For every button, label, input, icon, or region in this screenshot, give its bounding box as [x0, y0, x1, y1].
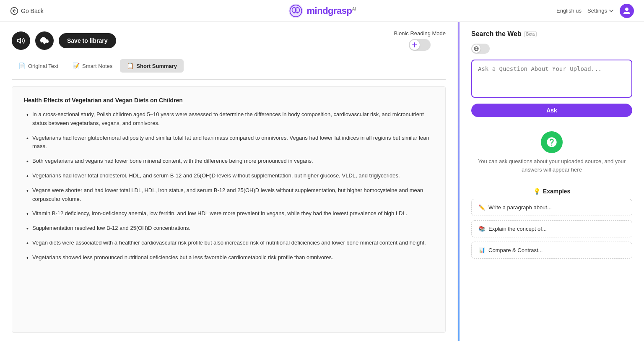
tab-smart-notes[interactable]: 📝 Smart Notes [66, 59, 119, 73]
bullet-item: Vegan diets were associated with a healt… [24, 239, 434, 247]
example-write-label: Write a paragraph about... [488, 204, 552, 211]
question-input[interactable] [478, 65, 626, 91]
examples-section: 💡 Examples ✏️ Write a paragraph about...… [471, 188, 632, 259]
example-button-explain[interactable]: 📚 Explain the concept of... [471, 220, 632, 237]
bullet-item: Vegetarians had lower total cholesterol,… [24, 172, 434, 180]
example-button-compare[interactable]: 📊 Compare & Contrast... [471, 242, 632, 259]
tab-smart-notes-label: Smart Notes [82, 63, 112, 69]
tab-original-text[interactable]: 📄 Original Text [12, 59, 65, 73]
question-input-wrap [471, 60, 632, 98]
example-explain-label: Explain the concept of... [488, 226, 547, 232]
lightbulb-icon: 💡 [533, 188, 540, 195]
search-web-title: Search the Web [471, 30, 522, 38]
tab-short-summary[interactable]: 📋 Short Summary [120, 59, 184, 73]
explain-icon: 📚 [478, 226, 485, 232]
bullet-item: In a cross-sectional study, Polish child… [24, 110, 434, 128]
nav-right: English us Settings [556, 4, 634, 18]
empty-state-text: You can ask questions about your uploade… [471, 157, 632, 174]
bullet-item: Both vegetarians and vegans had lower bo… [24, 157, 434, 166]
settings-label: Settings [587, 8, 607, 14]
cloud-download-icon [40, 36, 49, 45]
toolbar-left: Save to library [12, 31, 116, 50]
user-avatar[interactable] [620, 4, 634, 18]
write-icon: ✏️ [478, 204, 485, 211]
example-compare-label: Compare & Contrast... [488, 247, 543, 253]
question-bubble [541, 131, 563, 153]
tab-short-summary-label: Short Summary [136, 63, 177, 69]
left-panel: Save to library Bionic Reading Mode 📄 [0, 22, 458, 341]
audio-button[interactable] [12, 31, 30, 50]
top-nav: Go Back mindgraspAI English us Settings [0, 0, 644, 22]
plus-icon [412, 42, 418, 48]
content-area[interactable]: Health Effects of Vegetarian and Vegan D… [12, 86, 446, 333]
back-arrow-icon [10, 7, 18, 15]
brand-logo: mindgraspAI [288, 3, 356, 18]
bionic-label: Bionic Reading Mode [394, 30, 446, 36]
bullet-item: Vegetarians showed less pronounced nutri… [24, 253, 434, 262]
tabs-bar: 📄 Original Text 📝 Smart Notes 📋 Short Su… [12, 59, 446, 73]
search-web-toggle[interactable] [471, 44, 490, 54]
content-title: Health Effects of Vegetarian and Vegan D… [24, 97, 434, 104]
bullet-list: In a cross-sectional study, Polish child… [24, 110, 434, 262]
toggle-knob [410, 40, 420, 50]
brand-name: mindgraspAI [307, 5, 356, 16]
svg-point-7 [293, 11, 295, 13]
empty-state: You can ask questions about your uploade… [471, 123, 632, 182]
bionic-reading-section: Bionic Reading Mode [394, 30, 446, 51]
bullet-item: Vegetarians had lower gluteofemoral adip… [24, 134, 434, 151]
avatar-icon [623, 7, 631, 15]
brand-suffix: AI [352, 6, 356, 11]
tabs-divider [12, 79, 446, 80]
svg-point-8 [296, 11, 299, 13]
speaker-icon [17, 36, 25, 45]
mindgrasp-logo-icon [288, 3, 304, 18]
ask-button[interactable]: Ask [471, 104, 632, 117]
settings-button[interactable]: Settings [587, 8, 614, 14]
globe-icon [474, 46, 479, 51]
language-selector[interactable]: English us [556, 8, 582, 14]
examples-label: Examples [543, 188, 570, 195]
tab-original-text-label: Original Text [28, 63, 58, 69]
search-web-header: Search the Web Beta [471, 30, 632, 38]
go-back-button[interactable]: Go Back [10, 7, 44, 15]
search-toggle-knob [472, 44, 480, 53]
compare-icon: 📊 [478, 247, 485, 253]
bullet-item: Vegans were shorter and had lower total … [24, 186, 434, 204]
beta-badge: Beta [524, 31, 537, 37]
question-bubble-icon [546, 136, 558, 148]
examples-title: 💡 Examples [471, 188, 632, 195]
download-button[interactable] [35, 31, 54, 50]
go-back-label: Go Back [21, 8, 44, 14]
smart-notes-icon: 📝 [73, 62, 80, 69]
toolbar-row: Save to library Bionic Reading Mode [12, 30, 446, 51]
bionic-toggle[interactable] [409, 39, 431, 51]
example-button-write[interactable]: ✏️ Write a paragraph about... [471, 199, 632, 216]
chevron-down-icon [609, 8, 614, 13]
save-to-library-button[interactable]: Save to library [59, 33, 116, 48]
right-panel: Search the Web Beta Ask [460, 22, 644, 341]
original-text-icon: 📄 [18, 62, 26, 69]
bullet-item: Vitamin B-12 deficiency, iron-deficiency… [24, 209, 434, 218]
bullet-item: Supplementation resolved low B-12 and 25… [24, 224, 434, 233]
short-summary-icon: 📋 [127, 62, 134, 69]
main-layout: Save to library Bionic Reading Mode 📄 [0, 22, 644, 341]
